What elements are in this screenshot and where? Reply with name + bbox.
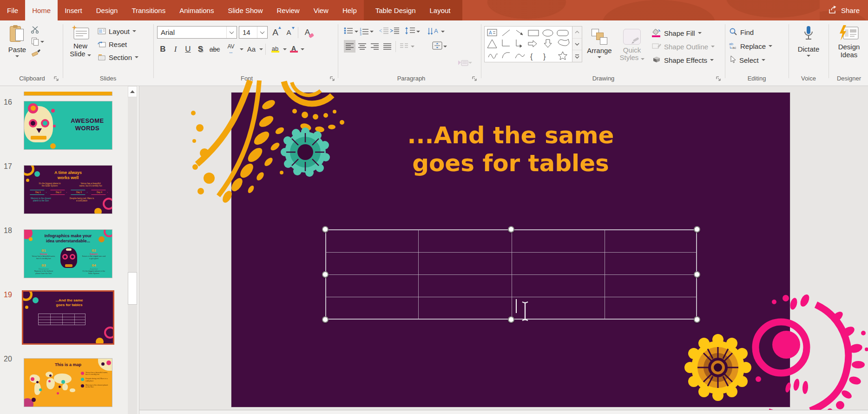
line-spacing-button[interactable]	[405, 27, 415, 36]
font-name-combo[interactable]: Arial	[157, 26, 237, 39]
dictate-dropdown-arrow-icon[interactable]	[807, 55, 810, 57]
design-ideas-button[interactable]: DesignIdeas	[831, 22, 867, 74]
font-color-button[interactable]: A	[288, 43, 300, 55]
find-button[interactable]: Find	[727, 26, 786, 38]
tab-view[interactable]: View	[307, 0, 335, 20]
table-handle-top-left[interactable]	[322, 226, 329, 233]
align-center-button[interactable]	[356, 40, 368, 53]
shrink-font-button[interactable]: A	[283, 26, 295, 39]
grow-font-button[interactable]: A	[270, 26, 281, 39]
copy-dropdown-arrow-icon[interactable]	[40, 41, 44, 43]
text-direction-dropdown-arrow-icon[interactable]	[441, 31, 445, 33]
font-size-combo[interactable]: 14	[239, 26, 268, 39]
numbering-dropdown-arrow-icon[interactable]	[370, 31, 374, 33]
character-spacing-dropdown-arrow-icon[interactable]	[240, 48, 243, 50]
thumbnail-scrollbar[interactable]	[127, 86, 138, 414]
copy-button[interactable]	[31, 38, 43, 46]
tab-animations[interactable]: Animations	[172, 0, 221, 20]
table-handle-middle-right[interactable]	[694, 271, 700, 278]
clear-formatting-button[interactable]: A	[302, 26, 313, 39]
tab-help[interactable]: Help	[335, 0, 364, 20]
table-handle-top-center[interactable]	[508, 226, 514, 233]
editing-canvas[interactable]: ...And the same goes for tables	[139, 86, 868, 414]
tab-table-design[interactable]: Table Design	[368, 0, 423, 20]
table-handle-bottom-left[interactable]	[322, 316, 329, 323]
cut-button[interactable]	[31, 26, 43, 35]
table-handle-middle-left[interactable]	[322, 271, 329, 278]
tab-home[interactable]: Home	[25, 0, 58, 20]
new-slide-button[interactable]: New Slide	[65, 22, 96, 74]
shape-effects-button[interactable]: Shape Effects	[650, 54, 717, 66]
shape-fill-button[interactable]: Shape Fill	[650, 27, 717, 39]
change-case-dropdown-arrow-icon[interactable]	[259, 48, 263, 50]
tab-slide-show[interactable]: Slide Show	[221, 0, 270, 20]
justify-button[interactable]	[381, 40, 393, 53]
bullets-button[interactable]	[344, 27, 353, 36]
bullets-dropdown-arrow-icon[interactable]	[355, 31, 358, 33]
character-spacing-button[interactable]: AV ↔	[223, 43, 239, 55]
tab-insert[interactable]: Insert	[58, 0, 89, 20]
columns-button[interactable]	[398, 40, 410, 53]
paste-button[interactable]: Paste	[4, 22, 31, 74]
format-painter-button[interactable]	[31, 48, 43, 59]
scrollbar-thumb[interactable]	[128, 272, 137, 305]
font-size-dropdown-icon[interactable]	[257, 27, 267, 38]
tab-layout[interactable]: Layout	[422, 0, 457, 20]
italic-button[interactable]: I	[170, 43, 181, 55]
increase-indent-button[interactable]	[390, 27, 399, 36]
tab-file[interactable]: File	[0, 0, 25, 20]
table-handle-bottom-right[interactable]	[694, 316, 700, 323]
clipboard-group-label: Clipboard	[4, 75, 60, 82]
text-direction-button[interactable]: A	[427, 27, 440, 36]
thumbnail-slide-17[interactable]: A time always works well It's the bigges…	[24, 165, 112, 214]
text-shadow-button[interactable]: S	[195, 43, 206, 55]
share-button[interactable]: Share	[820, 0, 868, 20]
table-handle-top-right[interactable]	[694, 226, 700, 233]
thumbnail-slide-16[interactable]: AWESOME WORDS	[24, 101, 112, 150]
drawing-dialog-launcher[interactable]	[716, 75, 722, 81]
tab-review[interactable]: Review	[270, 0, 306, 20]
dictate-button[interactable]: Dictate	[790, 22, 827, 74]
scrollbar-up-button[interactable]	[128, 86, 137, 97]
align-text-dropdown-arrow-icon[interactable]	[443, 46, 447, 47]
layout-button[interactable]: Layout	[96, 25, 140, 37]
decrease-indent-button[interactable]	[379, 27, 388, 36]
font-name-dropdown-icon[interactable]	[226, 27, 237, 38]
font-dialog-launcher[interactable]	[330, 75, 335, 81]
thumbnail-slide-19[interactable]: ...And the same goes for tables	[22, 290, 114, 345]
align-right-button[interactable]	[369, 40, 381, 53]
replace-button[interactable]: ab ↳ac Replace	[727, 40, 786, 52]
tab-transitions[interactable]: Transitions	[125, 0, 172, 20]
current-slide[interactable]: ...And the same goes for tables	[231, 93, 790, 407]
strikethrough-button[interactable]: abc	[207, 43, 222, 55]
change-case-button[interactable]: Aa	[244, 43, 258, 55]
arrange-dropdown-arrow-icon[interactable]	[598, 56, 601, 58]
line-spacing-dropdown-arrow-icon[interactable]	[416, 31, 420, 33]
reset-button[interactable]: Reset	[96, 38, 140, 50]
arrange-button[interactable]: Arrange	[582, 26, 617, 78]
clipboard-dialog-launcher[interactable]	[54, 75, 59, 81]
bold-button[interactable]: B	[157, 43, 169, 55]
font-color-dropdown-arrow-icon[interactable]	[301, 48, 304, 50]
text-highlight-button[interactable]: ab	[268, 43, 282, 55]
tab-design[interactable]: Design	[89, 0, 125, 20]
paste-dropdown-arrow-icon[interactable]	[15, 55, 19, 57]
highlight-dropdown-arrow-icon[interactable]	[283, 48, 287, 50]
table-handle-bottom-center[interactable]	[508, 316, 514, 323]
align-left-button[interactable]	[344, 40, 355, 53]
paragraph-dialog-launcher[interactable]	[472, 75, 478, 81]
thumbnail-slide-20[interactable]: This is a map	[24, 358, 112, 407]
select-button[interactable]: Select	[727, 54, 786, 66]
section-button[interactable]: Section	[96, 51, 140, 63]
convert-smartart-button[interactable]	[457, 59, 472, 67]
numbering-button[interactable]: 123	[360, 28, 368, 36]
shapes-gallery[interactable]: A	[484, 26, 572, 62]
thumbnail-slide-15-partial[interactable]	[24, 92, 112, 96]
shapes-gallery-scrollbar[interactable]	[572, 26, 582, 62]
paste-icon	[10, 25, 25, 44]
align-text-button[interactable]	[432, 41, 442, 52]
slide-table[interactable]	[325, 229, 697, 320]
thumbnail-slide-18[interactable]: Infographics make your idea understandab…	[24, 229, 112, 278]
scrollbar-track[interactable]	[128, 97, 137, 414]
underline-button[interactable]: U	[182, 43, 194, 55]
